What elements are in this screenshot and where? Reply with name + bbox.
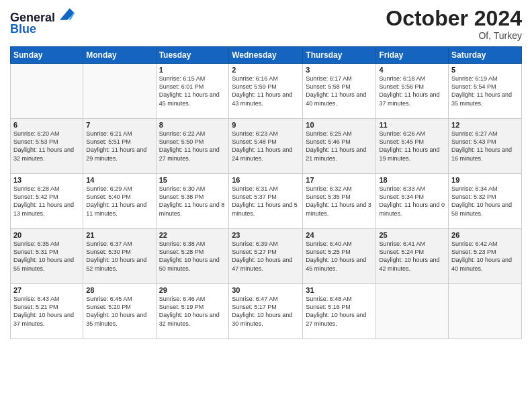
day-number: 31 — [306, 286, 373, 294]
calendar-cell: 9Sunrise: 6:23 AMSunset: 5:48 PMDaylight… — [229, 119, 303, 174]
sunrise-text: Sunrise: 6:27 AM — [451, 130, 519, 138]
calendar-cell: 20Sunrise: 6:35 AMSunset: 5:31 PMDayligh… — [11, 229, 83, 284]
calendar-cell: 5Sunrise: 6:19 AMSunset: 5:54 PMDaylight… — [449, 64, 522, 119]
calendar-cell: 6Sunrise: 6:20 AMSunset: 5:53 PMDaylight… — [11, 119, 83, 174]
day-number: 19 — [451, 176, 519, 184]
calendar-cell: 30Sunrise: 6:47 AMSunset: 5:17 PMDayligh… — [229, 284, 303, 339]
day-detail: Sunrise: 6:41 AMSunset: 5:24 PMDaylight:… — [379, 240, 445, 273]
weekday-header-monday: Monday — [83, 47, 156, 64]
calendar-cell: 29Sunrise: 6:46 AMSunset: 5:19 PMDayligh… — [156, 284, 229, 339]
daylight-text: Daylight: 10 hours and 58 minutes. — [451, 201, 519, 217]
daylight-text: Daylight: 10 hours and 45 minutes. — [306, 256, 373, 272]
calendar-cell: 31Sunrise: 6:48 AMSunset: 5:16 PMDayligh… — [303, 284, 376, 339]
day-detail: Sunrise: 6:40 AMSunset: 5:25 PMDaylight:… — [306, 240, 373, 273]
daylight-text: Daylight: 10 hours and 52 minutes. — [86, 256, 152, 272]
day-detail: Sunrise: 6:25 AMSunset: 5:46 PMDaylight:… — [306, 130, 373, 163]
day-number: 13 — [13, 176, 80, 184]
calendar-cell: 3Sunrise: 6:17 AMSunset: 5:58 PMDaylight… — [303, 64, 376, 119]
day-detail: Sunrise: 6:34 AMSunset: 5:32 PMDaylight:… — [451, 185, 519, 218]
sunrise-text: Sunrise: 6:41 AM — [379, 240, 445, 248]
day-detail: Sunrise: 6:32 AMSunset: 5:35 PMDaylight:… — [306, 185, 373, 218]
day-detail: Sunrise: 6:22 AMSunset: 5:50 PMDaylight:… — [159, 130, 226, 163]
sunset-text: Sunset: 5:34 PM — [379, 193, 445, 201]
weekday-header-saturday: Saturday — [449, 47, 522, 64]
day-detail: Sunrise: 6:42 AMSunset: 5:23 PMDaylight:… — [451, 240, 519, 273]
day-number: 26 — [451, 231, 519, 239]
daylight-text: Daylight: 11 hours and 27 minutes. — [159, 146, 226, 162]
sunrise-text: Sunrise: 6:29 AM — [86, 185, 152, 193]
sunset-text: Sunset: 5:31 PM — [13, 248, 80, 256]
calendar-cell: 16Sunrise: 6:31 AMSunset: 5:37 PMDayligh… — [229, 174, 303, 229]
calendar-cell — [83, 64, 156, 119]
daylight-text: Daylight: 11 hours and 8 minutes. — [159, 201, 226, 217]
day-detail: Sunrise: 6:29 AMSunset: 5:40 PMDaylight:… — [86, 185, 152, 218]
day-number: 9 — [232, 121, 300, 129]
weekday-header-sunday: Sunday — [11, 47, 83, 64]
sunrise-text: Sunrise: 6:43 AM — [13, 295, 80, 303]
sunrise-text: Sunrise: 6:47 AM — [232, 295, 300, 303]
daylight-text: Daylight: 11 hours and 24 minutes. — [232, 146, 300, 162]
logo-icon — [60, 7, 75, 21]
day-number: 11 — [379, 121, 445, 129]
sunrise-text: Sunrise: 6:20 AM — [13, 130, 80, 138]
day-number: 8 — [159, 121, 226, 129]
day-number: 30 — [232, 286, 300, 294]
sunrise-text: Sunrise: 6:40 AM — [306, 240, 373, 248]
calendar-week-row: 1Sunrise: 6:15 AMSunset: 6:01 PMDaylight… — [11, 64, 522, 119]
day-number: 27 — [13, 286, 80, 294]
day-number: 18 — [379, 176, 445, 184]
sunset-text: Sunset: 5:58 PM — [306, 83, 373, 91]
day-detail: Sunrise: 6:19 AMSunset: 5:54 PMDaylight:… — [451, 75, 519, 107]
svg-marker-0 — [60, 8, 75, 20]
day-number: 29 — [159, 286, 226, 294]
calendar-cell: 1Sunrise: 6:15 AMSunset: 6:01 PMDaylight… — [156, 64, 229, 119]
calendar-cell: 23Sunrise: 6:39 AMSunset: 5:27 PMDayligh… — [229, 229, 303, 284]
daylight-text: Daylight: 11 hours and 37 minutes. — [379, 91, 445, 107]
calendar-week-row: 20Sunrise: 6:35 AMSunset: 5:31 PMDayligh… — [11, 229, 522, 284]
day-number: 20 — [13, 231, 80, 239]
location-subtitle: Of, Turkey — [386, 30, 522, 41]
daylight-text: Daylight: 10 hours and 27 minutes. — [306, 311, 373, 327]
day-detail: Sunrise: 6:43 AMSunset: 5:21 PMDaylight:… — [13, 295, 80, 328]
calendar-week-row: 27Sunrise: 6:43 AMSunset: 5:21 PMDayligh… — [11, 284, 522, 339]
sunrise-text: Sunrise: 6:32 AM — [306, 185, 373, 193]
day-number: 14 — [86, 176, 152, 184]
month-title: October 2024 — [386, 7, 522, 30]
calendar-cell: 7Sunrise: 6:21 AMSunset: 5:51 PMDaylight… — [83, 119, 156, 174]
day-detail: Sunrise: 6:30 AMSunset: 5:38 PMDaylight:… — [159, 185, 226, 218]
logo: General Blue — [10, 7, 75, 36]
day-detail: Sunrise: 6:47 AMSunset: 5:17 PMDaylight:… — [232, 295, 300, 328]
sunrise-text: Sunrise: 6:46 AM — [159, 295, 226, 303]
sunset-text: Sunset: 5:24 PM — [379, 248, 445, 256]
day-number: 25 — [379, 231, 445, 239]
day-detail: Sunrise: 6:18 AMSunset: 5:56 PMDaylight:… — [379, 75, 445, 107]
day-number: 5 — [451, 66, 519, 74]
sunrise-text: Sunrise: 6:42 AM — [451, 240, 519, 248]
day-detail: Sunrise: 6:21 AMSunset: 5:51 PMDaylight:… — [86, 130, 152, 163]
sunset-text: Sunset: 5:28 PM — [159, 248, 226, 256]
sunrise-text: Sunrise: 6:22 AM — [159, 130, 226, 138]
day-number: 10 — [306, 121, 373, 129]
sunset-text: Sunset: 5:20 PM — [86, 303, 152, 311]
calendar-cell: 19Sunrise: 6:34 AMSunset: 5:32 PMDayligh… — [449, 174, 522, 229]
daylight-text: Daylight: 10 hours and 55 minutes. — [13, 256, 80, 272]
daylight-text: Daylight: 10 hours and 40 minutes. — [451, 256, 519, 272]
sunrise-text: Sunrise: 6:26 AM — [379, 130, 445, 138]
sunset-text: Sunset: 5:21 PM — [13, 303, 80, 311]
sunset-text: Sunset: 5:54 PM — [451, 83, 519, 91]
sunrise-text: Sunrise: 6:39 AM — [232, 240, 300, 248]
day-detail: Sunrise: 6:37 AMSunset: 5:30 PMDaylight:… — [86, 240, 152, 273]
day-detail: Sunrise: 6:20 AMSunset: 5:53 PMDaylight:… — [13, 130, 80, 163]
title-block: October 2024 Of, Turkey — [386, 7, 522, 41]
day-number: 6 — [13, 121, 80, 129]
daylight-text: Daylight: 11 hours and 43 minutes. — [232, 91, 300, 107]
sunset-text: Sunset: 5:35 PM — [306, 193, 373, 201]
daylight-text: Daylight: 10 hours and 42 minutes. — [379, 256, 445, 272]
day-number: 4 — [379, 66, 445, 74]
day-number: 23 — [232, 231, 300, 239]
day-detail: Sunrise: 6:28 AMSunset: 5:42 PMDaylight:… — [13, 185, 80, 218]
daylight-text: Daylight: 10 hours and 35 minutes. — [86, 311, 152, 327]
sunrise-text: Sunrise: 6:38 AM — [159, 240, 226, 248]
day-number: 28 — [86, 286, 152, 294]
sunset-text: Sunset: 5:25 PM — [306, 248, 373, 256]
